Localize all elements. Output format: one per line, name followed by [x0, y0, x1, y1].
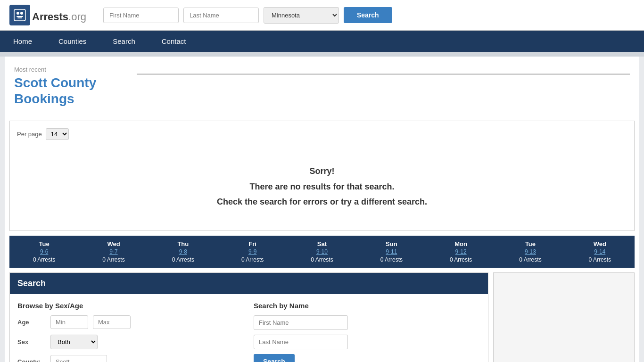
day-name: Tue [525, 240, 536, 247]
age-min-input[interactable] [50, 315, 88, 329]
date-item[interactable]: Sun 9-11 0 Arrests [357, 236, 426, 268]
browse-title: Browse by Sex/Age [17, 302, 244, 310]
date-item[interactable]: Wed 9-14 0 Arrests [565, 236, 635, 268]
most-recent-label: Most recent [14, 66, 127, 73]
date-item[interactable]: Tue 9-13 0 Arrests [495, 236, 565, 268]
day-name: Fri [248, 240, 256, 247]
date-item[interactable]: Tue 9-6 0 Arrests [9, 236, 79, 268]
search-last-name-input[interactable] [254, 335, 348, 349]
logo: Arrests.org [9, 5, 86, 25]
nav-bar: Home Counties Search Contact [0, 31, 644, 52]
search-first-name-input[interactable] [254, 315, 348, 330]
results-section: Per page 14 25 50 Sorry! There are no re… [9, 121, 635, 231]
svg-rect-4 [17, 17, 22, 18]
bottom-section: Search Browse by Sex/Age Age Sex [9, 272, 635, 362]
sex-row: Sex Both Male Female [17, 335, 244, 349]
logo-icon [9, 5, 30, 25]
date-item[interactable]: Wed 9-7 0 Arrests [79, 236, 148, 268]
browse-section: Browse by Sex/Age Age Sex Both Male [17, 302, 244, 362]
logo-text: Arrests.org [32, 7, 86, 24]
sex-label: Sex [17, 338, 46, 346]
date-link[interactable]: 9-6 [12, 248, 76, 255]
county-label: County: [17, 358, 46, 362]
no-results-line3: Check the search for errors or try a dif… [217, 197, 427, 206]
arrests-count: 0 Arrests [241, 256, 264, 263]
date-link[interactable]: 9-9 [220, 248, 285, 255]
search-panel: Search Browse by Sex/Age Age Sex [9, 272, 488, 362]
arrests-count: 0 Arrests [172, 256, 194, 263]
date-item[interactable]: Sat 9-10 0 Arrests [287, 236, 356, 268]
per-page-select[interactable]: 14 25 50 [46, 128, 69, 140]
sex-select[interactable]: Both Male Female [50, 335, 98, 349]
header-search-button[interactable]: Search [344, 7, 392, 23]
date-item[interactable]: Mon 9-12 0 Arrests [426, 236, 495, 268]
dates-bar: Tue 9-6 0 Arrests Wed 9-7 0 Arrests Thu … [9, 236, 635, 268]
day-name: Tue [39, 240, 50, 247]
date-link[interactable]: 9-13 [498, 248, 562, 255]
date-link[interactable]: 9-10 [289, 248, 354, 255]
county-row: County: [17, 355, 244, 362]
header-inputs: Minnesota Alabama Alaska California Sear… [103, 7, 635, 24]
header-state-select[interactable]: Minnesota Alabama Alaska California [264, 7, 339, 24]
nav-counties[interactable]: Counties [45, 31, 99, 52]
svg-rect-0 [14, 9, 25, 21]
arrests-count: 0 Arrests [589, 256, 611, 263]
search-panel-header: Search [10, 273, 488, 294]
per-page-row: Per page 14 25 50 [17, 128, 627, 140]
name-search-button[interactable]: Search [254, 354, 295, 362]
page-title: Scott County Bookings [14, 75, 127, 107]
county-input[interactable] [50, 355, 107, 362]
title-left: Most recent Scott County Bookings [14, 66, 127, 107]
date-link[interactable]: 9-8 [151, 248, 215, 255]
date-link[interactable]: 9-14 [568, 248, 632, 255]
arrests-count: 0 Arrests [33, 256, 55, 263]
arrests-count: 0 Arrests [380, 256, 403, 263]
title-divider [137, 74, 630, 75]
nav-search[interactable]: Search [99, 31, 149, 52]
search-panel-body: Browse by Sex/Age Age Sex Both Male [10, 294, 488, 362]
day-name: Wed [107, 240, 120, 247]
day-name: Thu [177, 240, 189, 247]
arrests-count: 0 Arrests [450, 256, 472, 263]
no-results-line1: Sorry! [309, 166, 334, 176]
date-item[interactable]: Fri 9-9 0 Arrests [218, 236, 287, 268]
header-last-name-input[interactable] [183, 8, 259, 23]
date-link[interactable]: 9-7 [81, 248, 146, 255]
svg-point-1 [17, 12, 19, 15]
title-section: Most recent Scott County Bookings [5, 57, 639, 116]
arrests-count: 0 Arrests [102, 256, 124, 263]
nav-home[interactable]: Home [0, 31, 45, 52]
arrests-count: 0 Arrests [519, 256, 541, 263]
name-section: Search by Name Search [254, 302, 480, 362]
date-link[interactable]: 9-12 [429, 248, 493, 255]
header: Arrests.org Minnesota Alabama Alaska Cal… [0, 0, 644, 31]
svg-point-2 [20, 12, 23, 15]
day-name: Mon [454, 240, 467, 247]
age-label: Age [17, 319, 46, 326]
date-link[interactable]: 9-11 [359, 248, 424, 255]
nav-contact[interactable]: Contact [149, 31, 199, 52]
side-panel [493, 272, 635, 362]
arrests-count: 0 Arrests [311, 256, 333, 263]
no-results-line2: There are no results for that search. [249, 182, 394, 191]
day-name: Wed [594, 240, 606, 247]
age-max-input[interactable] [93, 315, 131, 329]
age-row: Age [17, 315, 244, 329]
header-first-name-input[interactable] [103, 8, 179, 23]
per-page-label: Per page [17, 131, 42, 138]
name-title: Search by Name [254, 302, 480, 310]
date-item[interactable]: Thu 9-8 0 Arrests [149, 236, 218, 268]
main-content: Most recent Scott County Bookings Per pa… [0, 57, 644, 362]
day-name: Sun [386, 240, 397, 247]
svg-rect-3 [17, 16, 23, 17]
no-results-message: Sorry! There are no results for that sea… [17, 149, 627, 223]
day-name: Sat [317, 240, 327, 247]
